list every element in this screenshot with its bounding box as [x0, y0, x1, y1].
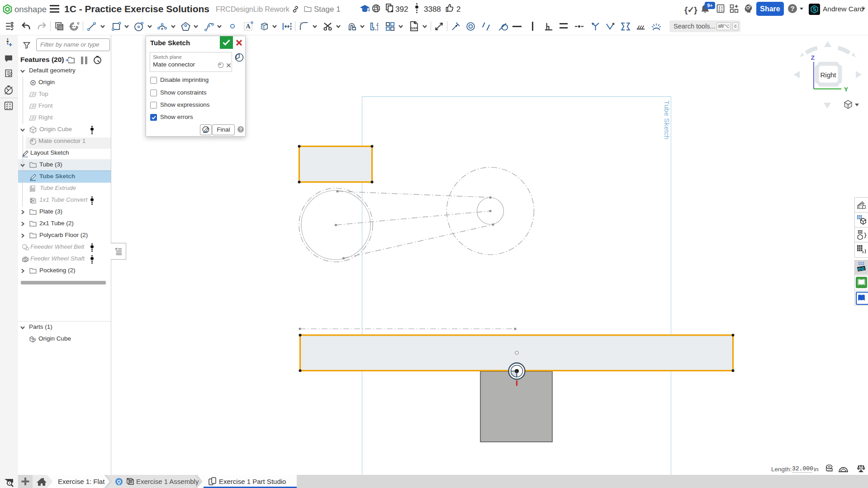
svg-text:Right: Right — [820, 71, 836, 79]
svg-text:Exercise 1: Flat: Exercise 1: Flat — [58, 478, 105, 485]
svg-text:A: A — [246, 23, 251, 30]
svg-text:DXF: DXF — [411, 26, 418, 30]
svg-text:Y: Y — [844, 86, 848, 93]
svg-text:x: x — [861, 249, 864, 254]
svg-text:Exercise 1 Assembly: Exercise 1 Assembly — [136, 478, 199, 485]
svg-text:Z: Z — [811, 54, 815, 61]
svg-text:Tube Sketch: Tube Sketch — [663, 100, 671, 139]
svg-text:Exercise 1 Part Studio: Exercise 1 Part Studio — [219, 478, 286, 485]
